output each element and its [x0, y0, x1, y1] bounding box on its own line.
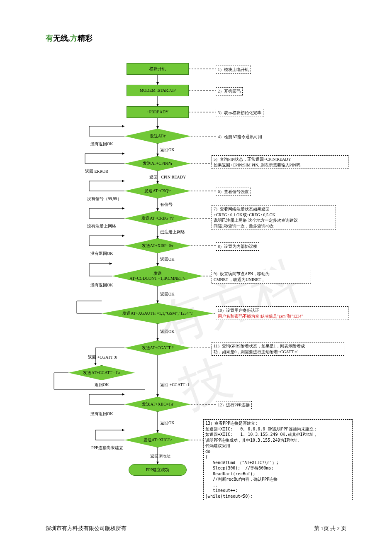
label-10b: 返回OK [160, 329, 174, 335]
label-7b: 已注册上网络 [160, 229, 185, 235]
label-11c: 返回OK [95, 382, 109, 388]
page: 有无线,方精彩 有方科技 [0, 0, 392, 555]
page-footer: 深圳市有方科技有限公司版权所有 第 1页 共 2 页 [46, 522, 346, 532]
annot-12: 12）进行PPP连接 [216, 401, 252, 409]
label-12a: 没有返回OK [90, 411, 113, 417]
label-5a: 返回 ERROR [85, 169, 108, 174]
annot-4: 4）检测AT指令通讯可用 [216, 133, 264, 141]
label-7a: 没有注册上网络 [87, 223, 116, 229]
decision-xisp: 发送AT+XISP=0\r [124, 238, 191, 253]
annot-8: 8）设置为内部协议栈 [216, 242, 259, 251]
annot-3: 3）表示模块初始化完毕 [216, 109, 263, 117]
header-wuxian: 无线, [53, 34, 70, 42]
decision-xiic-query: 发送AT+XIIC?\r [124, 433, 191, 447]
decision-cgatt-set: 发送AT+CGATT =1\r [68, 365, 135, 380]
decision-cpin: 发送AT+CPIN?\r [124, 156, 191, 171]
label-8a: 没有返回OK [90, 251, 113, 257]
decision-cgdcont: 发送 AT+CGDCONT =1,IP,CMNET \r [112, 266, 203, 286]
decision-at: 发送AT\r [124, 129, 191, 144]
label-11a: 返回 +CGATT :0 [88, 355, 117, 360]
page-header: 有无线,方精彩 [46, 33, 93, 43]
decision-xiic-set: 发送AT+XIIC=1\r [124, 397, 191, 412]
node-ppp-success: PPP建立成功 [129, 464, 187, 476]
annot-10-main: 10）设置用户身份认证 [218, 308, 259, 313]
label-5b: 返回 +CPIN:READY [149, 174, 186, 180]
label-13a: PPP连接尚未建立 [91, 445, 123, 451]
header-you: 有 [46, 34, 53, 42]
label-12b: 返回OK [160, 420, 174, 426]
decision-creg: 发送AT+CREG ?\r [124, 211, 191, 226]
label-13b: 返回IP地址 [150, 453, 170, 459]
label-4a: 没有返回OK [90, 141, 113, 147]
header-jingcai: 精彩 [78, 34, 93, 42]
annot-2: 2）开机回码 [216, 87, 243, 95]
label-6a: 没有信号（99,99） [87, 196, 122, 202]
annot-13: 13）查看PPP连接是否建立: 如返回+XIIC: 0, 0.0.0.0 OK说… [203, 419, 353, 500]
annot-7: 7）查看网络注册状态如果返回 +CREG : 0,1 OK或+CREG : 0,… [212, 205, 336, 230]
annot-6: 6）查看信号强度 [216, 188, 251, 196]
label-4b: 返回OK [160, 147, 174, 153]
label-9b: 返回OK [160, 291, 174, 297]
header-fang: 方 [70, 34, 78, 42]
node-module-boot: 模块开机 [127, 63, 189, 75]
annot-11: 11）查询GPRS附着状态，如果是1，则表示附着成 功，如果是0，则需要进行主动… [212, 342, 344, 356]
footer-left: 深圳市有方科技有限公司版权所有 [46, 525, 127, 532]
decision-cgatt-query: 发送AT+CGATT ? [124, 340, 191, 355]
label-8b: 返回OK [160, 257, 174, 262]
footer-right: 第 1页 共 2 页 [314, 525, 346, 532]
label-6b: 有信号 [160, 202, 173, 208]
label-11b: 返回 +CGATT :1 [160, 382, 189, 388]
label-9a: 没有返回OK [90, 282, 113, 288]
node-pbready: +PBREADY [127, 106, 189, 118]
annot-10-red: 用户名和密码不能为空 缺省值是"gsm"和"1234" [218, 314, 303, 318]
flowchart: 模块开机 MODEM :STARTUP +PBREADY 发送AT\r 发送AT… [0, 58, 392, 513]
decision-xgauth: 发送AT+XGAUTH =1,1,"GSM","1234"\r [102, 303, 214, 324]
annot-5: 5）查询PIN状态，正常返回+CPIN:READY 如果返回+CPIN:SIM … [212, 155, 348, 169]
annot-9: 9）设置访问节点APN，移动为 CMNET ，联通为UNINET 。 [212, 270, 311, 284]
decision-csq: 发送AT+CSQ\r [124, 183, 191, 198]
annot-10: 10）设置用户身份认证 用户名和密码不能为空 缺省值是"gsm"和"1234" [216, 306, 348, 320]
annot-1: 1）模块上电开机 [216, 66, 251, 74]
node-modem-startup: MODEM :STARTUP [127, 85, 189, 96]
